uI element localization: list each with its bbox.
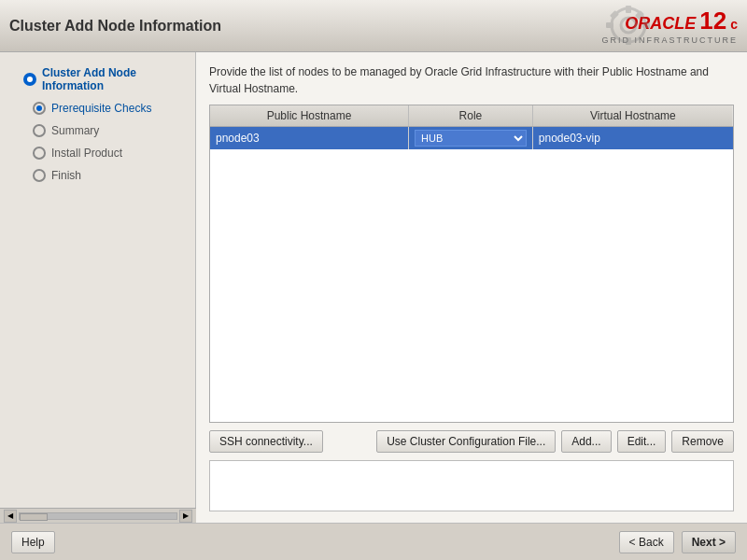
next-button[interactable]: Next >	[682, 531, 736, 553]
col-virtual-hostname: Virtual Hostname	[532, 105, 733, 127]
remove-button[interactable]: Remove	[671, 430, 734, 453]
svg-rect-5	[642, 22, 650, 28]
step-indicator-2	[33, 102, 46, 115]
svg-point-8	[27, 77, 33, 82]
table-header-row: Public Hostname Role Virtual Hostname	[210, 105, 733, 127]
sidebar-item-install-product[interactable]: Install Product	[0, 142, 195, 164]
version-c: c	[730, 17, 738, 32]
svg-rect-3	[626, 37, 631, 45]
info-box	[209, 460, 734, 511]
step-indicator-3	[33, 124, 46, 137]
brand-area: ORACLE 12 c GRID INFRASTRUCTURE	[602, 7, 739, 45]
cell-virtual-hostname: pnode03-vip	[532, 127, 733, 150]
sidebar-item-summary[interactable]: Summary	[0, 119, 195, 142]
scroll-track	[19, 512, 177, 520]
content-area: Provide the list of nodes to be managed …	[196, 52, 747, 523]
sidebar: Cluster Add Node Information Prerequisit…	[0, 52, 196, 523]
cell-public-hostname: pnode03	[210, 127, 409, 150]
sidebar-item-cluster-add-node[interactable]: Cluster Add Node Information	[0, 62, 195, 97]
header: Cluster Add Node Information ORACLE 12 c…	[0, 0, 747, 52]
sidebar-item-prerequisite-checks[interactable]: Prerequisite Checks	[0, 97, 195, 119]
table-row[interactable]: pnode03 HUB LEAF pnode03-vip	[210, 127, 733, 150]
col-role: Role	[409, 105, 533, 127]
cell-role[interactable]: HUB LEAF	[409, 127, 533, 150]
sidebar-item-label-5: Finish	[51, 169, 81, 182]
add-button[interactable]: Add...	[561, 430, 611, 453]
sidebar-item-label-3: Summary	[51, 124, 99, 137]
svg-rect-2	[626, 6, 631, 13]
scroll-left-arrow[interactable]: ◀	[4, 510, 17, 523]
col-public-hostname: Public Hostname	[210, 105, 409, 127]
footer-nav-buttons: < Back Next >	[619, 531, 736, 553]
node-table-container: Public Hostname Role Virtual Hostname pn…	[209, 105, 734, 423]
back-button[interactable]: < Back	[619, 531, 674, 553]
svg-point-1	[621, 18, 636, 33]
sidebar-scrollbar[interactable]: ◀ ▶	[0, 508, 196, 523]
edit-button[interactable]: Edit...	[617, 430, 667, 453]
step-indicator-1	[23, 73, 36, 86]
content-description: Provide the list of nodes to be managed …	[209, 63, 734, 97]
sidebar-item-label-4: Install Product	[51, 147, 122, 160]
sidebar-item-finish[interactable]: Finish	[0, 164, 195, 187]
scroll-thumb	[20, 513, 48, 521]
scroll-right-arrow[interactable]: ▶	[179, 510, 192, 523]
footer: Help < Back Next >	[0, 523, 747, 560]
step-indicator-5	[33, 169, 46, 182]
svg-rect-4	[606, 22, 613, 28]
version-number: 12	[699, 7, 726, 35]
use-cluster-config-button[interactable]: Use Cluster Configuration File...	[376, 430, 556, 453]
header-title: Cluster Add Node Information	[9, 18, 221, 35]
main-container: Cluster Add Node Information Prerequisit…	[0, 52, 747, 523]
sidebar-item-label-1: Cluster Add Node Information	[42, 66, 186, 92]
ssh-connectivity-button[interactable]: SSH connectivity...	[209, 430, 323, 453]
node-table: Public Hostname Role Virtual Hostname pn…	[210, 105, 733, 149]
gear-icon	[602, 2, 654, 49]
role-select[interactable]: HUB LEAF	[415, 130, 527, 147]
table-action-buttons: SSH connectivity... Use Cluster Configur…	[209, 430, 734, 453]
help-button[interactable]: Help	[11, 531, 55, 553]
step-indicator-4	[33, 147, 46, 160]
sidebar-item-label-2: Prerequisite Checks	[51, 102, 151, 115]
